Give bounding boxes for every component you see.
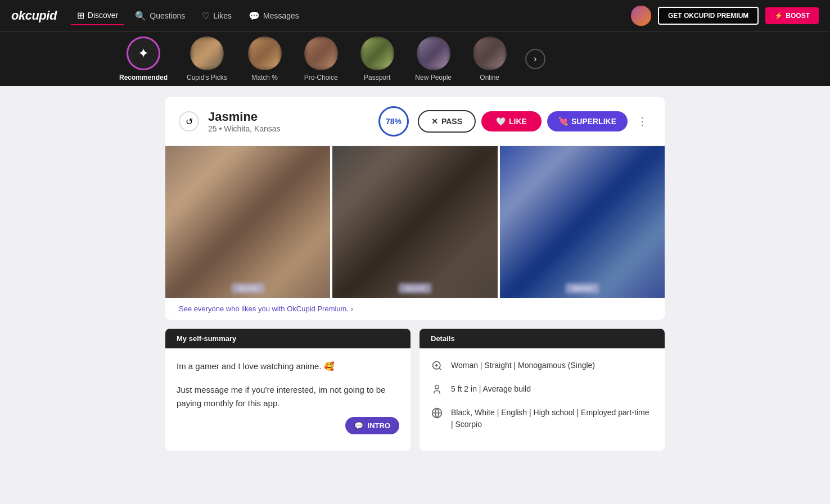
profile-age: 25 [208,124,217,133]
photo-2-image [332,146,497,298]
gender-icon [431,360,443,374]
recommended-label: Recommended [119,74,168,81]
profile-city: Wichita, Kansas [224,124,280,133]
pro-choice-thumb [304,37,338,70]
passport-thumb-img [360,37,394,70]
svg-point-4 [435,385,439,389]
pass-label: PASS [441,117,462,126]
passport-thumb [360,37,394,70]
detail-row-height: 5 ft 2 in | Average build [431,383,653,398]
details-section: Details Woman | Straight | Monogamous (S… [419,329,665,451]
pass-button[interactable]: ✕ PASS [418,110,476,133]
globe-icon [431,407,443,421]
photo-3-tag: blurred [566,283,598,293]
details-body: Woman | Straight | Monogamous (Single) 5… [419,348,665,451]
like-icon: 🤍 [496,117,506,126]
photo-1-image [165,146,330,298]
cupids-picks-thumb [190,37,224,70]
nav-likes-label: Likes [213,11,232,20]
passport-label: Passport [364,74,390,81]
photo-2[interactable]: blurred [332,146,497,298]
info-grid: My self-summary Im a gamer and I love wa… [165,329,665,451]
detail-row-background: Black, White | English | High school | E… [431,407,653,430]
self-summary-header: My self-summary [165,329,411,348]
self-summary-section: My self-summary Im a gamer and I love wa… [165,329,411,451]
main-content: ↺ Jasmine 25 • Wichita, Kansas 78% ✕ PAS… [156,86,674,471]
superlike-label: SUPERLIKE [571,117,616,126]
next-button[interactable]: › [525,49,545,69]
detail-background-text: Black, White | English | High school | E… [451,407,653,430]
avatar[interactable] [631,6,651,26]
category-online[interactable]: Online [464,32,515,86]
action-buttons: ✕ PASS 🤍 LIKE 💘 SUPERLIKE ⋮ [418,110,651,133]
photo-2-tag: blurred [399,283,431,293]
premium-prompt[interactable]: See everyone who likes you with OkCupid … [165,298,665,320]
like-button[interactable]: 🤍 LIKE [481,111,542,131]
new-people-label: New People [415,74,452,81]
superlike-icon: 💘 [558,117,568,126]
avatar-image [631,6,651,26]
nav-items: ⊞ Discover 🔍 Questions ♡ Likes 💬 Message… [70,7,617,25]
match-percentage: 78% [386,117,402,126]
online-thumb-img [473,37,507,70]
summary-line-2: Just message me if you're interested, im… [177,383,399,410]
online-thumb [473,37,507,70]
photo-1[interactable]: blurred [165,146,330,298]
match-thumb-img [248,37,282,70]
questions-icon: 🔍 [135,11,146,21]
category-recommended[interactable]: ✦ Recommended [112,32,174,86]
category-cupids-picks[interactable]: Cupid's Picks [180,32,234,86]
profile-location: 25 • Wichita, Kansas [208,124,369,133]
superlike-button[interactable]: 💘 SUPERLIKE [547,111,628,131]
details-header: Details [419,329,665,348]
match-label: Match % [251,74,278,81]
logo[interactable]: okcupid [11,8,57,23]
category-bar: ✦ Recommended Cupid's Picks Match % Pro-… [0,31,830,86]
profile-card: ↺ Jasmine 25 • Wichita, Kansas 78% ✕ PAS… [165,97,665,320]
pass-icon: ✕ [431,117,438,126]
new-people-thumb [417,37,450,70]
height-icon [431,384,443,398]
intro-icon: 💬 [354,421,363,430]
photo-3-image [500,146,665,298]
nav-likes[interactable]: ♡ Likes [195,7,238,25]
recommended-thumb: ✦ [127,37,160,70]
premium-button[interactable]: GET OKCUPID PREMIUM [658,7,759,25]
photos-row: blurred blurred blurred [165,146,665,298]
online-label: Online [480,74,499,81]
category-new-people[interactable]: New People [408,32,459,86]
match-thumb [248,37,282,70]
photo-3[interactable]: blurred [500,146,665,298]
category-match[interactable]: Match % [240,32,290,86]
new-people-thumb-img [417,37,450,70]
nav-discover[interactable]: ⊞ Discover [70,7,125,25]
category-passport[interactable]: Passport [352,32,403,86]
svg-line-1 [439,368,441,370]
category-pro-choice[interactable]: Pro-Choice [296,32,346,86]
self-summary-body: Im a gamer and I love watching anime. 🥰 … [165,348,411,446]
profile-location-separator: • [219,124,224,133]
profile-header: ↺ Jasmine 25 • Wichita, Kansas 78% ✕ PAS… [165,97,665,146]
summary-line-1: Im a gamer and I love watching anime. 🥰 [177,360,399,373]
pro-choice-label: Pro-Choice [304,74,338,81]
recommended-icon: ✦ [138,46,149,61]
boost-button[interactable]: ⚡ BOOST [765,7,819,24]
nav-discover-label: Discover [88,11,118,20]
intro-label: INTRO [368,421,390,430]
profile-name-block: Jasmine 25 • Wichita, Kansas [208,110,369,133]
profile-name: Jasmine [208,110,369,124]
nav-questions[interactable]: 🔍 Questions [128,7,192,25]
messages-icon: 💬 [249,11,260,21]
nav-right: GET OKCUPID PREMIUM ⚡ BOOST [631,6,819,26]
like-label: LIKE [509,117,527,126]
nav-questions-label: Questions [150,11,185,20]
detail-gender-text: Woman | Straight | Monogamous (Single) [451,360,595,371]
intro-button[interactable]: 💬 INTRO [345,417,399,434]
more-options-button[interactable]: ⋮ [633,112,651,130]
undo-button[interactable]: ↺ [179,111,199,131]
cupids-picks-thumb-img [190,37,224,70]
nav-messages-label: Messages [263,11,299,20]
nav-messages[interactable]: 💬 Messages [242,7,306,25]
likes-icon: ♡ [202,11,210,21]
pro-choice-thumb-img [304,37,338,70]
